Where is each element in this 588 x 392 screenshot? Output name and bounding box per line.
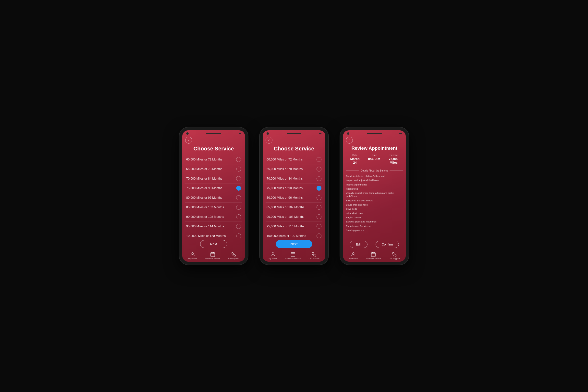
list-item[interactable]: 90,000 Miles or 108 Months: [266, 212, 322, 222]
nav-label-schedule-1: Schedule Service: [205, 258, 220, 260]
radio-btn[interactable]: [316, 176, 322, 181]
back-button-2[interactable]: [266, 137, 272, 144]
nav-item-schedule-1[interactable]: Schedule Service: [205, 252, 220, 260]
svg-point-10: [352, 252, 354, 254]
phone-2-title: Choose Service: [263, 144, 325, 155]
phone-icon: [231, 252, 236, 257]
nav-item-call-2[interactable]: Call Support: [309, 252, 320, 260]
radio-btn[interactable]: [236, 195, 241, 200]
nav-item-call-1[interactable]: Call Support: [228, 252, 239, 260]
phone-3-bottom-nav: My Profile Schedule Service Call Support: [343, 250, 406, 262]
detail-item: Drive belts: [346, 207, 403, 211]
date-col: Date March24: [350, 154, 360, 164]
radio-btn[interactable]: [236, 205, 241, 210]
next-button-1[interactable]: Next: [200, 240, 227, 248]
details-header: Details About the Service: [346, 169, 403, 172]
list-item[interactable]: 65,000 Miles or 78 Months: [185, 164, 242, 174]
list-item[interactable]: 85,000 Miles or 102 Months: [266, 202, 322, 212]
detail-item: Ball joints and dust covers: [346, 198, 403, 202]
list-item[interactable]: 100,000 Miles or 120 Months: [185, 231, 242, 238]
review-content: Date March24 Time 8:30 AM Service 75,000…: [343, 154, 406, 239]
back-button-1[interactable]: [185, 137, 192, 144]
time-value: 8:30 AM: [368, 157, 380, 161]
nav-item-profile-3[interactable]: My Profile: [349, 252, 358, 260]
appointment-meta: Date March24 Time 8:30 AM Service 75,000…: [346, 154, 403, 166]
nav-item-profile-1[interactable]: My Profile: [188, 252, 197, 260]
radio-btn[interactable]: [236, 157, 241, 162]
back-button-3[interactable]: [346, 137, 353, 144]
radio-btn[interactable]: [236, 176, 241, 181]
profile-icon: [190, 252, 195, 257]
phone-2: Choose Service 60,000 Miles or 72 Months…: [260, 128, 328, 264]
list-item[interactable]: 70,000 Miles or 84 Months: [266, 174, 322, 184]
phone-1-topbar: [182, 130, 245, 136]
radio-btn[interactable]: [236, 224, 241, 229]
list-item[interactable]: 80,000 Miles or 96 Months: [266, 193, 322, 202]
radio-btn-selected[interactable]: [316, 186, 322, 190]
list-item[interactable]: 95,000 Miles or 114 Months: [185, 222, 242, 231]
phone-1-title: Choose Service: [182, 144, 245, 155]
detail-item: Radiator and Condenser: [346, 224, 403, 228]
radio-btn[interactable]: [316, 224, 322, 229]
nav-item-call-3[interactable]: Call Support: [389, 252, 400, 260]
phone-2-topbar: [263, 130, 325, 136]
nav-item-schedule-2[interactable]: Schedule Service: [286, 252, 300, 260]
detail-item: Engine coolant: [346, 215, 403, 220]
review-btn-area: Edit Confirm: [343, 239, 406, 250]
radio-btn[interactable]: [316, 166, 322, 172]
next-button-2[interactable]: Next: [276, 240, 312, 248]
nav-label-call-3: Call Support: [389, 258, 400, 260]
phone-icon: [392, 252, 397, 257]
list-item[interactable]: 90,000 Miles or 108 Months: [185, 212, 242, 222]
list-item[interactable]: 60,000 Miles or 72 Months: [266, 155, 322, 164]
list-item[interactable]: 60,000 Miles or 72 Months: [185, 155, 242, 164]
profile-icon: [270, 252, 276, 257]
radio-btn[interactable]: [316, 157, 322, 162]
detail-item: Check installation of driver's floor mat: [346, 174, 403, 178]
svg-point-5: [272, 252, 274, 254]
phone-2-screen: Choose Service 60,000 Miles or 72 Months…: [263, 130, 325, 262]
list-item[interactable]: 100,000 Miles or 120 Months: [266, 231, 322, 238]
list-item[interactable]: 70,000 Miles or 84 Months: [185, 174, 242, 184]
phone-3-title: Review Appointment: [343, 144, 406, 154]
list-item[interactable]: 65,000 Miles or 78 Months: [266, 164, 322, 174]
date-value: March24: [350, 157, 360, 164]
phone-1: Choose Service 60,000 Miles or 72 Months…: [179, 128, 248, 264]
details-line-left: [346, 170, 359, 171]
radio-btn[interactable]: [236, 166, 241, 172]
list-item[interactable]: 85,000 Miles or 102 Months: [185, 202, 242, 212]
nav-item-profile-2[interactable]: My Profile: [268, 252, 277, 260]
phone-3-topbar: [343, 130, 406, 136]
detail-item: Inspect wiper blades: [346, 182, 403, 187]
radio-btn[interactable]: [316, 214, 322, 219]
nav-label-schedule-2: Schedule Service: [286, 258, 300, 260]
detail-item: Steering gear box: [346, 228, 403, 232]
calendar-icon: [210, 252, 215, 257]
radio-btn[interactable]: [316, 195, 322, 200]
phone-2-btn-area: Next: [263, 238, 325, 250]
radio-btn[interactable]: [316, 234, 322, 238]
time-label: Time: [368, 154, 380, 156]
list-item[interactable]: 75,000 Miles or 90 Months: [266, 184, 322, 193]
svg-rect-1: [210, 252, 214, 257]
detail-item: Drive shaft boots: [346, 211, 403, 215]
nav-item-schedule-3[interactable]: Schedule Service: [366, 252, 381, 260]
confirm-button[interactable]: Confirm: [376, 241, 399, 248]
list-item[interactable]: 75,000 Miles or 90 Months: [185, 184, 242, 193]
radio-btn[interactable]: [236, 234, 241, 238]
phone-1-sensor: [239, 133, 241, 134]
nav-label-call-2: Call Support: [309, 258, 320, 260]
profile-icon: [350, 252, 356, 257]
radio-btn-selected[interactable]: [236, 186, 241, 190]
list-item[interactable]: 95,000 Miles or 114 Months: [266, 222, 322, 231]
phone-1-camera: [186, 132, 189, 135]
calendar-icon: [290, 252, 296, 257]
radio-btn[interactable]: [316, 205, 322, 210]
radio-btn[interactable]: [236, 214, 241, 219]
list-item[interactable]: 80,000 Miles or 96 Months: [185, 193, 242, 202]
edit-button[interactable]: Edit: [350, 241, 368, 248]
nav-label-schedule-3: Schedule Service: [366, 258, 381, 260]
time-col: Time 8:30 AM: [368, 154, 380, 164]
calendar-icon: [371, 252, 376, 257]
phone-1-bottom-nav: My Profile Schedule Service Call Support: [182, 250, 245, 262]
